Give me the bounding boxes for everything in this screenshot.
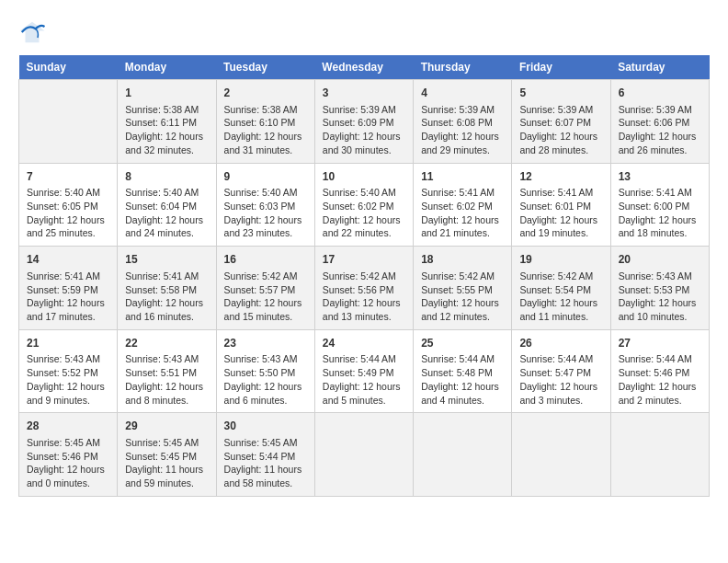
day-content: Sunrise: 5:44 AM Sunset: 5:46 PM Dayligh… (619, 352, 701, 407)
day-content: Sunrise: 5:41 AM Sunset: 6:02 PM Dayligh… (421, 186, 504, 240)
calendar-week-row: 1Sunrise: 5:38 AM Sunset: 6:11 PM Daylig… (19, 80, 710, 164)
day-number: 25 (421, 336, 504, 351)
calendar-cell: 10Sunrise: 5:40 AM Sunset: 6:02 PM Dayli… (314, 163, 413, 247)
day-number: 18 (421, 252, 504, 268)
day-number: 16 (224, 252, 307, 268)
calendar-cell: 30Sunrise: 5:45 AM Sunset: 5:44 PM Dayli… (216, 413, 314, 497)
calendar-cell: 21Sunrise: 5:43 AM Sunset: 5:52 PM Dayli… (19, 329, 118, 413)
calendar-cell: 6Sunrise: 5:39 AM Sunset: 6:06 PM Daylig… (610, 80, 709, 164)
day-content: Sunrise: 5:41 AM Sunset: 6:01 PM Dayligh… (519, 186, 602, 240)
day-number: 22 (125, 336, 208, 351)
calendar-cell: 11Sunrise: 5:41 AM Sunset: 6:02 PM Dayli… (414, 163, 512, 247)
calendar-cell: 14Sunrise: 5:41 AM Sunset: 5:59 PM Dayli… (19, 247, 118, 330)
calendar-header-saturday: Saturday (610, 55, 709, 80)
calendar-cell (414, 413, 512, 497)
day-content: Sunrise: 5:44 AM Sunset: 5:47 PM Dayligh… (519, 352, 602, 407)
day-number: 21 (27, 336, 109, 351)
logo (18, 18, 51, 46)
day-content: Sunrise: 5:40 AM Sunset: 6:04 PM Dayligh… (125, 186, 208, 240)
day-content: Sunrise: 5:40 AM Sunset: 6:03 PM Dayligh… (224, 186, 307, 240)
calendar-cell: 19Sunrise: 5:42 AM Sunset: 5:54 PM Dayli… (512, 247, 610, 330)
day-number: 28 (27, 419, 109, 434)
day-number: 1 (125, 86, 208, 101)
day-number: 27 (619, 336, 701, 351)
calendar-cell: 9Sunrise: 5:40 AM Sunset: 6:03 PM Daylig… (216, 163, 314, 247)
calendar-cell (512, 413, 610, 497)
calendar-cell: 20Sunrise: 5:43 AM Sunset: 5:53 PM Dayli… (610, 247, 709, 330)
day-content: Sunrise: 5:43 AM Sunset: 5:53 PM Dayligh… (619, 270, 701, 324)
calendar-cell: 7Sunrise: 5:40 AM Sunset: 6:05 PM Daylig… (19, 163, 118, 247)
day-content: Sunrise: 5:43 AM Sunset: 5:52 PM Dayligh… (27, 352, 109, 407)
day-content: Sunrise: 5:42 AM Sunset: 5:57 PM Dayligh… (224, 270, 307, 324)
calendar-header-friday: Friday (512, 55, 610, 80)
calendar-cell (19, 80, 118, 164)
day-content: Sunrise: 5:39 AM Sunset: 6:06 PM Dayligh… (619, 103, 701, 157)
page-header (18, 18, 710, 46)
calendar-header-wednesday: Wednesday (314, 55, 413, 80)
calendar-header-tuesday: Tuesday (216, 55, 314, 80)
day-content: Sunrise: 5:39 AM Sunset: 6:07 PM Dayligh… (519, 103, 602, 157)
day-number: 10 (323, 169, 405, 185)
day-content: Sunrise: 5:39 AM Sunset: 6:09 PM Dayligh… (323, 103, 405, 157)
calendar-cell: 2Sunrise: 5:38 AM Sunset: 6:10 PM Daylig… (216, 80, 314, 164)
day-content: Sunrise: 5:45 AM Sunset: 5:44 PM Dayligh… (224, 436, 307, 490)
day-number: 9 (224, 169, 307, 185)
calendar-cell: 28Sunrise: 5:45 AM Sunset: 5:46 PM Dayli… (19, 413, 118, 497)
day-content: Sunrise: 5:44 AM Sunset: 5:49 PM Dayligh… (323, 352, 405, 407)
calendar-week-row: 14Sunrise: 5:41 AM Sunset: 5:59 PM Dayli… (19, 247, 710, 330)
day-number: 5 (519, 86, 602, 101)
calendar-cell: 27Sunrise: 5:44 AM Sunset: 5:46 PM Dayli… (610, 329, 709, 413)
day-number: 30 (224, 419, 307, 434)
calendar-cell: 26Sunrise: 5:44 AM Sunset: 5:47 PM Dayli… (512, 329, 610, 413)
calendar-cell: 4Sunrise: 5:39 AM Sunset: 6:08 PM Daylig… (414, 80, 512, 164)
calendar-cell: 13Sunrise: 5:41 AM Sunset: 6:00 PM Dayli… (610, 163, 709, 247)
calendar-cell (610, 413, 709, 497)
day-content: Sunrise: 5:45 AM Sunset: 5:45 PM Dayligh… (125, 436, 208, 490)
calendar-header-monday: Monday (118, 55, 216, 80)
day-number: 3 (323, 86, 405, 101)
day-content: Sunrise: 5:41 AM Sunset: 5:58 PM Dayligh… (125, 270, 208, 324)
calendar-cell: 3Sunrise: 5:39 AM Sunset: 6:09 PM Daylig… (314, 80, 413, 164)
calendar-cell: 18Sunrise: 5:42 AM Sunset: 5:55 PM Dayli… (414, 247, 512, 330)
calendar-header-thursday: Thursday (414, 55, 512, 80)
day-number: 19 (519, 252, 602, 268)
calendar-week-row: 28Sunrise: 5:45 AM Sunset: 5:46 PM Dayli… (19, 413, 710, 497)
calendar-cell: 8Sunrise: 5:40 AM Sunset: 6:04 PM Daylig… (118, 163, 216, 247)
day-content: Sunrise: 5:41 AM Sunset: 5:59 PM Dayligh… (27, 270, 109, 324)
day-number: 26 (519, 336, 602, 351)
calendar-header-row: SundayMondayTuesdayWednesdayThursdayFrid… (19, 55, 710, 80)
day-number: 24 (323, 336, 405, 351)
day-content: Sunrise: 5:40 AM Sunset: 6:02 PM Dayligh… (323, 186, 405, 240)
day-content: Sunrise: 5:39 AM Sunset: 6:08 PM Dayligh… (421, 103, 504, 157)
day-number: 15 (125, 252, 208, 268)
calendar-cell: 23Sunrise: 5:43 AM Sunset: 5:50 PM Dayli… (216, 329, 314, 413)
day-content: Sunrise: 5:41 AM Sunset: 6:00 PM Dayligh… (619, 186, 701, 240)
day-number: 11 (421, 169, 504, 185)
calendar-cell: 17Sunrise: 5:42 AM Sunset: 5:56 PM Dayli… (314, 247, 413, 330)
day-number: 29 (125, 419, 208, 434)
day-content: Sunrise: 5:43 AM Sunset: 5:50 PM Dayligh… (224, 352, 307, 407)
day-content: Sunrise: 5:42 AM Sunset: 5:56 PM Dayligh… (323, 270, 405, 324)
calendar-cell (314, 413, 413, 497)
calendar-cell: 1Sunrise: 5:38 AM Sunset: 6:11 PM Daylig… (118, 80, 216, 164)
day-content: Sunrise: 5:43 AM Sunset: 5:51 PM Dayligh… (125, 352, 208, 407)
day-number: 12 (519, 169, 602, 185)
calendar-cell: 24Sunrise: 5:44 AM Sunset: 5:49 PM Dayli… (314, 329, 413, 413)
calendar-week-row: 7Sunrise: 5:40 AM Sunset: 6:05 PM Daylig… (19, 163, 710, 247)
calendar-header-sunday: Sunday (19, 55, 118, 80)
day-content: Sunrise: 5:42 AM Sunset: 5:55 PM Dayligh… (421, 270, 504, 324)
calendar-cell: 16Sunrise: 5:42 AM Sunset: 5:57 PM Dayli… (216, 247, 314, 330)
day-number: 23 (224, 336, 307, 351)
calendar-cell: 15Sunrise: 5:41 AM Sunset: 5:58 PM Dayli… (118, 247, 216, 330)
calendar-week-row: 21Sunrise: 5:43 AM Sunset: 5:52 PM Dayli… (19, 329, 710, 413)
day-number: 7 (27, 169, 109, 185)
day-number: 6 (619, 86, 701, 101)
day-number: 8 (125, 169, 208, 185)
day-content: Sunrise: 5:40 AM Sunset: 6:05 PM Dayligh… (27, 186, 109, 240)
day-content: Sunrise: 5:45 AM Sunset: 5:46 PM Dayligh… (27, 436, 109, 490)
day-number: 20 (619, 252, 701, 268)
day-number: 4 (421, 86, 504, 101)
calendar-cell: 25Sunrise: 5:44 AM Sunset: 5:48 PM Dayli… (414, 329, 512, 413)
calendar-cell: 12Sunrise: 5:41 AM Sunset: 6:01 PM Dayli… (512, 163, 610, 247)
day-content: Sunrise: 5:42 AM Sunset: 5:54 PM Dayligh… (519, 270, 602, 324)
